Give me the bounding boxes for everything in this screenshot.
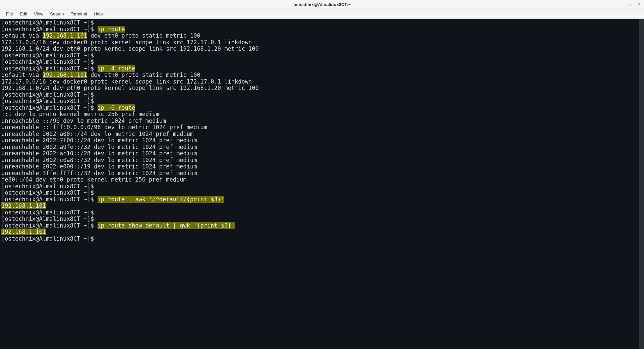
prompt: [ostechnix@Almalinux8CT ~]$ xyxy=(1,65,94,72)
output-gateway: 192.168.1.101 xyxy=(43,71,87,78)
prompt: [ostechnix@Almalinux8CT ~]$ xyxy=(1,222,94,229)
menu-help[interactable]: Help xyxy=(91,10,106,18)
output-v6-u7: unreachable 2002:c0a8::/32 dev lo metric… xyxy=(1,157,197,163)
output-lan-route: 192.168.1.0/24 dev eth0 proto kernel sco… xyxy=(1,45,259,52)
command-ip6-route: ip -6 route xyxy=(98,104,135,111)
output-lan-route: 192.168.1.0/24 dev eth0 proto kernel sco… xyxy=(1,85,259,91)
prompt: [ostechnix@Almalinux8CT ~]$ xyxy=(1,19,94,26)
window-controls: — □ ✕ xyxy=(621,3,641,7)
prompt: [ostechnix@Almalinux8CT ~]$ xyxy=(1,58,94,65)
output-default-post: dev eth0 proto static metric 100 xyxy=(87,32,200,39)
output-v6-u9: unreachable 3ffe:ffff::/32 dev lo metric… xyxy=(1,170,197,177)
command-ip-route: ip route xyxy=(98,26,125,33)
command-ip4-route: ip -4 route xyxy=(98,65,135,72)
prompt: [ostechnix@Almalinux8CT ~]$ xyxy=(1,52,94,59)
close-button[interactable]: ✕ xyxy=(637,3,641,7)
prompt: [ostechnix@Almalinux8CT ~]$ xyxy=(1,183,94,190)
output-v6-u5: unreachable 2002:a9fe::/32 dev lo metric… xyxy=(1,144,197,150)
output-docker-route: 172.17.0.0/16 dev docker0 proto kernel s… xyxy=(1,78,252,85)
window-title: ostechnix@Almalinux8CT:~ xyxy=(293,2,351,7)
prompt: [ostechnix@Almalinux8CT ~]$ xyxy=(1,189,94,196)
terminal-viewport[interactable]: [ostechnix@Almalinux8CT ~]$ [ostechnix@A… xyxy=(0,19,644,349)
output-default-post: dev eth0 proto static metric 100 xyxy=(87,71,200,78)
prompt: [ostechnix@Almalinux8CT ~]$ xyxy=(1,209,94,216)
output-v6-fe80: fe80::/64 dev eth0 proto kernel metric 2… xyxy=(1,176,187,183)
prompt: [ostechnix@Almalinux8CT ~]$ xyxy=(1,91,94,98)
prompt: [ostechnix@Almalinux8CT ~]$ xyxy=(1,215,94,222)
output-v6-u3: unreachable 2002:a00::/24 dev lo metric … xyxy=(1,131,193,137)
output-v6-u8: unreachable 2002:e000::/19 dev lo metric… xyxy=(1,163,197,170)
menu-search[interactable]: Search xyxy=(47,10,67,18)
prompt: [ostechnix@Almalinux8CT ~]$ xyxy=(1,196,94,203)
command-awk1: ip route | awk '/^default/{print $3}' xyxy=(98,196,225,203)
output-v6-u6: unreachable 2002:ac10::/28 dev lo metric… xyxy=(1,150,197,157)
menubar: File Edit View Search Terminal Help xyxy=(0,9,644,19)
prompt: [ostechnix@Almalinux8CT ~]$ xyxy=(1,98,94,104)
menu-edit[interactable]: Edit xyxy=(16,10,31,18)
output-gateway-only: 192.168.1.101 xyxy=(1,229,46,235)
titlebar: ostechnix@Almalinux8CT:~ — □ ✕ xyxy=(0,0,644,9)
maximize-button[interactable]: □ xyxy=(629,3,633,7)
prompt: [ostechnix@Almalinux8CT ~]$ xyxy=(1,235,94,242)
prompt: [ostechnix@Almalinux8CT ~]$ xyxy=(1,26,94,33)
output-default-pre: default via xyxy=(1,71,43,78)
menu-file[interactable]: File xyxy=(3,10,16,18)
command-awk2: ip route show default | awk '{print $3}' xyxy=(98,222,235,229)
menu-terminal[interactable]: Terminal xyxy=(67,10,91,18)
output-v6-u1: unreachable ::/96 dev lo metric 1024 pre… xyxy=(1,117,166,124)
output-gateway: 192.168.1.101 xyxy=(43,32,87,39)
menu-view[interactable]: View xyxy=(31,10,47,18)
terminal-scrollbar[interactable] xyxy=(639,19,644,349)
prompt: [ostechnix@Almalinux8CT ~]$ xyxy=(1,104,94,111)
output-v6-u2: unreachable ::ffff:0.0.0.0/96 dev lo met… xyxy=(1,124,207,131)
output-docker-route: 172.17.0.0/16 dev docker0 proto kernel s… xyxy=(1,39,252,46)
output-gateway-only: 192.168.1.101 xyxy=(1,202,46,209)
minimize-button[interactable]: — xyxy=(621,3,625,7)
output-default-pre: default via xyxy=(1,32,43,39)
output-v6-lo: ::1 dev lo proto kernel metric 256 pref … xyxy=(1,111,159,117)
output-v6-u4: unreachable 2002:7f00::/24 dev lo metric… xyxy=(1,137,197,144)
